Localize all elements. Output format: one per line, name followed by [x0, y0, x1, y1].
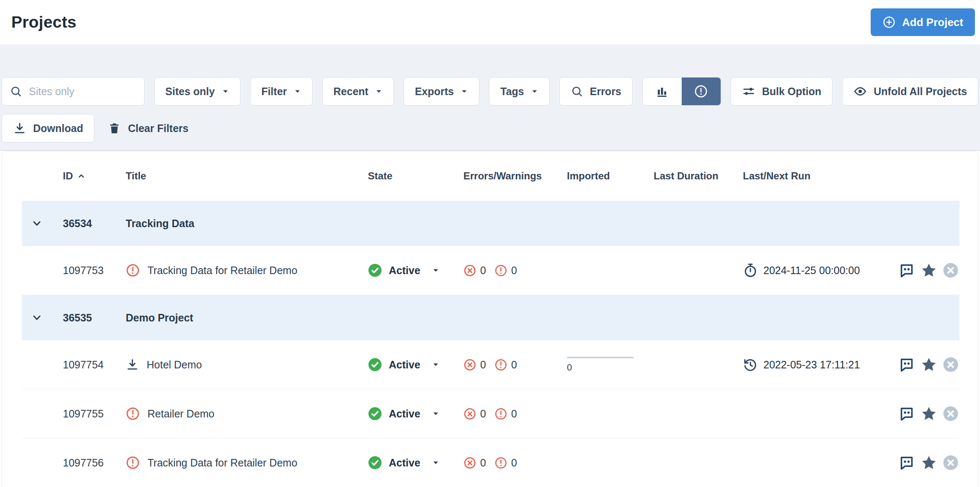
exclamation-circle-icon	[694, 84, 708, 98]
close-circle-icon	[943, 455, 959, 471]
project-row: 1097755Retailer DemoActive00	[22, 389, 959, 438]
warnings-group: 0	[494, 407, 517, 420]
plus-circle-icon	[882, 16, 896, 29]
comment-button[interactable]	[898, 454, 915, 471]
caret-down-icon	[432, 361, 440, 368]
clear-filters-button[interactable]: Clear Filters	[104, 114, 193, 142]
project-id: 1097755	[63, 408, 126, 420]
project-title-cell: Retailer Demo	[126, 407, 368, 421]
state-dropdown[interactable]: Active	[368, 263, 463, 277]
star-icon	[920, 454, 938, 471]
column-header-id[interactable]: ID	[63, 170, 126, 182]
download-button[interactable]: Download	[2, 114, 94, 142]
star-icon	[920, 405, 938, 422]
check-circle-icon	[368, 456, 382, 470]
errors-warnings-cell: 00	[463, 358, 567, 371]
deactivate-button[interactable]	[943, 262, 959, 278]
warning-alert-circle-icon	[494, 407, 507, 420]
exports-dropdown[interactable]: Exports	[403, 77, 479, 106]
error-x-circle-icon	[463, 264, 476, 277]
errors-count: 0	[480, 264, 486, 277]
favorite-button[interactable]	[920, 262, 938, 279]
row-actions-cell	[901, 454, 959, 471]
warning-alert-circle-icon	[494, 358, 507, 371]
filter-dropdown[interactable]: Filter	[250, 77, 313, 106]
deactivate-button[interactable]	[943, 455, 959, 471]
project-id: 1097753	[63, 264, 126, 277]
table-header: ID Title State Errors/Warnings Imported …	[22, 151, 959, 201]
project-title: Hotel Demo	[147, 359, 202, 371]
bulk-option-button[interactable]: Bulk Option	[731, 77, 833, 106]
project-title-cell: Hotel Demo	[126, 358, 368, 371]
imported-progress-bar	[567, 357, 634, 358]
errors-count: 0	[480, 359, 486, 371]
chart-view-toggle[interactable]	[643, 78, 682, 105]
toolbar-row-actions: Download Clear Filters	[2, 114, 978, 142]
errors-count: 0	[480, 408, 486, 420]
favorite-button[interactable]	[920, 356, 938, 373]
comment-button[interactable]	[898, 405, 915, 422]
last-next-run-cell: 2022-05-23 17:11:21	[743, 357, 901, 372]
project-title-cell: Tracking Data for Retailer Demo	[126, 263, 368, 277]
sites-only-dropdown[interactable]: Sites only	[154, 77, 240, 106]
project-group-row: 36534Tracking Data	[22, 201, 959, 246]
chevron-down-icon	[31, 312, 43, 324]
errors-view-toggle[interactable]	[682, 78, 721, 105]
recent-dropdown[interactable]: Recent	[322, 77, 394, 106]
view-toggle	[642, 77, 721, 106]
last-next-run-value: 2022-05-23 17:11:21	[763, 359, 860, 371]
favorite-button[interactable]	[920, 454, 938, 471]
caret-down-icon	[432, 267, 440, 274]
caret-down-icon	[460, 88, 468, 95]
comment-button[interactable]	[898, 262, 915, 279]
project-title: Tracking Data for Retailer Demo	[147, 457, 297, 469]
collapse-group-button[interactable]	[22, 312, 43, 324]
recent-dropdown-label: Recent	[334, 85, 368, 98]
project-title: Tracking Data for Retailer Demo	[147, 264, 297, 277]
search-input[interactable]	[28, 85, 138, 98]
group-chevron-cell	[22, 218, 63, 229]
state-cell: Active	[368, 407, 463, 421]
unfold-all-projects-button[interactable]: Unfold All Projects	[842, 77, 978, 106]
column-header-state: State	[368, 170, 463, 182]
toolbar-row-filters: Sites only Filter Recent Exports Tags	[2, 77, 978, 106]
add-project-button[interactable]: Add Project	[871, 8, 975, 36]
download-icon	[126, 358, 139, 371]
chat-bubble-icon	[898, 262, 915, 279]
unfold-all-projects-label: Unfold All Projects	[874, 85, 967, 98]
project-id: 1097754	[63, 359, 126, 371]
tags-dropdown[interactable]: Tags	[489, 77, 550, 106]
chat-bubble-icon	[898, 356, 915, 373]
caret-down-icon	[432, 459, 440, 466]
state-dropdown[interactable]: Active	[368, 456, 463, 470]
collapse-group-button[interactable]	[22, 218, 43, 229]
state-label: Active	[389, 264, 420, 277]
filter-dropdown-label: Filter	[261, 85, 287, 98]
project-row: 1097756Tracking Data for Retailer DemoAc…	[22, 438, 959, 487]
project-id: 1097756	[63, 457, 126, 469]
imported-value: 0	[567, 362, 634, 373]
deactivate-button[interactable]	[943, 406, 959, 422]
bar-chart-icon	[655, 85, 669, 98]
warning-alert-circle-icon	[494, 264, 507, 277]
group-chevron-cell	[22, 312, 63, 324]
group-title: Tracking Data	[126, 218, 368, 230]
errors-search-button[interactable]: Errors	[559, 77, 633, 106]
comment-button[interactable]	[898, 356, 915, 373]
column-header-last-duration: Last Duration	[654, 170, 743, 182]
warnings-group: 0	[494, 358, 517, 371]
deactivate-button[interactable]	[943, 357, 959, 373]
state-dropdown[interactable]: Active	[368, 357, 463, 372]
error-x-circle-icon	[463, 407, 476, 420]
column-header-errors-warnings: Errors/Warnings	[463, 170, 567, 182]
table-body: 36534Tracking Data1097753Tracking Data f…	[22, 201, 959, 487]
favorite-button[interactable]	[920, 405, 938, 422]
error-x-circle-icon	[463, 456, 476, 469]
caret-down-icon	[294, 88, 301, 95]
group-id: 36535	[63, 312, 126, 324]
last-next-run-cell: 2024-11-25 00:00:00	[743, 263, 901, 278]
state-label: Active	[389, 457, 420, 469]
alert-circle-icon	[126, 407, 140, 421]
timer-icon	[743, 263, 758, 278]
state-dropdown[interactable]: Active	[368, 407, 463, 421]
